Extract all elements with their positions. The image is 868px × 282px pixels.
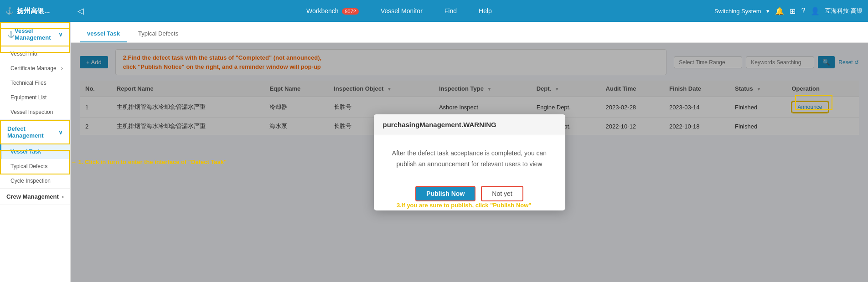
sidebar-item-equipment-list[interactable]: Equipment List (0, 90, 70, 105)
anchor-sidebar-icon: ⚓ (7, 31, 15, 38)
sidebar-item-certificate-manage[interactable]: Certificate Manage › (0, 61, 70, 76)
help-circle-icon[interactable]: ? (801, 7, 805, 15)
crew-management-section: Crew Management › (0, 189, 70, 205)
chevron-down-icon2: ∨ (58, 129, 63, 136)
defect-mgmt-label: Defect Management (7, 125, 58, 139)
defect-management-section: Defect Management ∨ Vessel Task Typical … (0, 120, 70, 189)
crew-mgmt-label: Crew Management (6, 193, 59, 200)
modal-footer: Publish Now Not yet (374, 179, 565, 210)
not-yet-button[interactable]: Not yet (481, 186, 523, 201)
modal-overlay: purchasingManagement.WARNING After the d… (71, 43, 868, 282)
user-avatar[interactable]: 👤 (811, 7, 820, 15)
sidebar-item-technical-files[interactable]: Technical Files (0, 76, 70, 90)
chevron-right-icon: › (61, 65, 63, 72)
nav-help[interactable]: Help (475, 5, 496, 16)
main-layout: ⚓ Vessel Management ∨ Vessel Info. Certi… (0, 22, 868, 282)
warning-modal: purchasingManagement.WARNING After the d… (374, 114, 565, 211)
sidebar-item-typical-defects[interactable]: Typical Defects (0, 159, 70, 174)
tab-vessel-task[interactable]: vessel Task (80, 26, 127, 42)
back-icon[interactable]: ◁ (78, 6, 84, 16)
nav-find[interactable]: Find (441, 5, 460, 16)
chevron-right-icon2: › (62, 193, 64, 200)
modal-title: purchasingManagement.WARNING (374, 114, 565, 135)
app-logo: ⚓ 扬州高银... (5, 7, 74, 15)
sidebar-item-vessel-task[interactable]: Vessel Task (0, 144, 70, 159)
sidebar: ⚓ Vessel Management ∨ Vessel Info. Certi… (0, 22, 71, 282)
app-name: 扬州高银... (17, 7, 50, 15)
sidebar-item-vessel-info[interactable]: Vessel Info. (0, 46, 70, 61)
switching-system[interactable]: Switching System (714, 8, 761, 15)
vessel-management-label: Vessel Management (15, 27, 58, 41)
sidebar-item-cycle-inspection[interactable]: Cycle Inspection (0, 174, 70, 188)
workbench-badge: 9072 (342, 8, 358, 15)
chevron-down-icon: ∨ (58, 31, 63, 38)
crew-management-header[interactable]: Crew Management › (0, 189, 70, 205)
nav-vessel-monitor[interactable]: Vessel Monitor (377, 5, 426, 16)
sidebar-item-vessel-inspection[interactable]: Vessel Inspection (0, 105, 70, 119)
modal-body-text: After the defect task acceptance is comp… (392, 149, 547, 168)
vessel-management-section: ⚓ Vessel Management ∨ Vessel Info. Certi… (0, 22, 70, 120)
modal-body: After the defect task acceptance is comp… (374, 135, 565, 179)
tabs-bar: vessel Task Typical Defects (71, 22, 868, 43)
tab-typical-defects[interactable]: Typical Defects (131, 26, 186, 42)
publish-now-button[interactable]: Publish Now (415, 186, 475, 201)
notification-icon[interactable]: 🔔 (775, 7, 784, 15)
table-area: + Add 2.Find the defect task with the st… (71, 43, 868, 282)
top-nav-right: Switching System ▾ 🔔 ⊞ ? 👤 互海科技·高银 (714, 7, 863, 15)
layout-icon[interactable]: ⊞ (790, 7, 796, 15)
defect-management-header[interactable]: Defect Management ∨ (0, 120, 70, 144)
vessel-management-header[interactable]: ⚓ Vessel Management ∨ (0, 22, 70, 46)
main-content: vessel Task Typical Defects + Add 2.Find… (71, 22, 868, 282)
anchor-icon: ⚓ (5, 7, 14, 15)
top-navigation: ⚓ 扬州高银... ◁ Workbench 9072 Vessel Monito… (0, 0, 868, 22)
user-company: 互海科技·高银 (825, 7, 863, 15)
nav-workbench[interactable]: Workbench 9072 (303, 5, 362, 16)
top-nav-center: Workbench 9072 Vessel Monitor Find Help (84, 5, 714, 16)
